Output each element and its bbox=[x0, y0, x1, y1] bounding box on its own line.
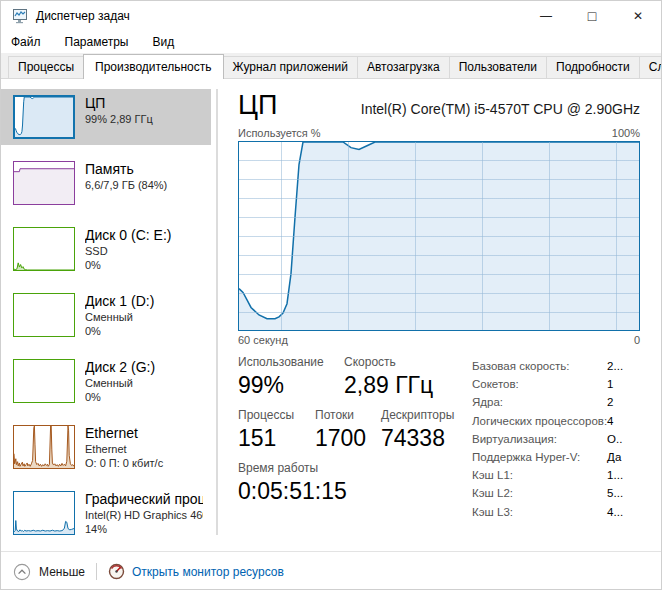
gpu-mini-chart bbox=[13, 491, 75, 535]
tabstrip: Процессы Производительность Журнал прило… bbox=[1, 53, 661, 79]
resource-monitor-gauge-icon bbox=[108, 563, 125, 580]
close-button[interactable]: ✕ bbox=[615, 1, 661, 31]
speed-label: Скорость bbox=[344, 355, 466, 369]
sidebar-disk2-type: Сменный bbox=[85, 376, 203, 390]
window-controls: — □ ✕ bbox=[523, 1, 661, 31]
graph-x-right-label: 0 bbox=[634, 334, 640, 346]
disk1-mini-chart bbox=[13, 293, 75, 337]
detail-row-sockets: Сокетов: 1 bbox=[472, 375, 653, 393]
graph-y-axis-label: Используется % bbox=[238, 127, 321, 139]
memory-mini-chart bbox=[13, 161, 75, 205]
sidebar-disk0-title: Диск 0 (C: E:) bbox=[85, 227, 203, 244]
tab-users[interactable]: Пользователи bbox=[449, 56, 547, 78]
footer-bar: Меньше Открыть монитор ресурсов bbox=[1, 551, 661, 590]
tab-details[interactable]: Подробности bbox=[546, 56, 640, 78]
handles-label: Дескрипторы bbox=[381, 408, 466, 422]
task-manager-window: Диспетчер задач — □ ✕ Файл Параметры Вид… bbox=[0, 0, 662, 590]
sidebar-disk0-type: SSD bbox=[85, 244, 203, 258]
graph-y-max-label: 100% bbox=[612, 127, 640, 139]
sidebar-scrollbar[interactable] bbox=[216, 89, 218, 535]
graph-x-left-label: 60 секунд bbox=[238, 334, 288, 346]
fewer-details-label: Меньше bbox=[39, 565, 85, 579]
footer-divider bbox=[96, 563, 97, 580]
sidebar-disk2-usage: 0% bbox=[85, 390, 203, 404]
cpu-pane-title: ЦП bbox=[238, 89, 277, 121]
detail-row-base-speed: Базовая скорость: 2... bbox=[472, 357, 653, 375]
processes-value: 151 bbox=[238, 424, 315, 452]
tab-startup[interactable]: Автозагрузка bbox=[357, 56, 450, 78]
ethernet-mini-chart bbox=[13, 425, 75, 469]
titlebar: Диспетчер задач — □ ✕ bbox=[1, 1, 661, 31]
sidebar-disk1-type: Сменный bbox=[85, 310, 203, 324]
usage-value: 99% bbox=[238, 371, 344, 399]
sidebar-disk0-usage: 0% bbox=[85, 258, 203, 272]
menubar: Файл Параметры Вид bbox=[1, 31, 661, 53]
minimize-button[interactable]: — bbox=[523, 1, 569, 31]
tab-performance[interactable]: Производительность bbox=[83, 54, 223, 79]
sidebar-memory-title: Память bbox=[85, 161, 203, 178]
sidebar-item-disk0[interactable]: Диск 0 (C: E:) SSD 0% bbox=[1, 221, 211, 277]
sidebar-disk1-title: Диск 1 (D:) bbox=[85, 293, 203, 310]
menu-options[interactable]: Параметры bbox=[65, 35, 129, 49]
sidebar-gpu-title: Графический процессор 0 bbox=[85, 491, 203, 508]
maximize-button[interactable]: □ bbox=[569, 1, 615, 31]
cpu-stats-block: Использование Скорость 99% 2,89 ГГц Проц… bbox=[238, 355, 640, 521]
cpu-details-list: Базовая скорость: 2... Сокетов: 1 Ядра: … bbox=[472, 355, 653, 521]
usage-label: Использование bbox=[238, 355, 344, 369]
uptime-label: Время работы bbox=[238, 461, 466, 475]
menu-view[interactable]: Вид bbox=[152, 35, 174, 49]
performance-content: ЦП 99% 2,89 ГГц Память 6,6/7,9 ГБ (84%) … bbox=[1, 79, 661, 551]
processes-label: Процессы bbox=[238, 408, 315, 422]
detail-row-cores: Ядра: 2 bbox=[472, 393, 653, 411]
speed-value: 2,89 ГГц bbox=[344, 371, 466, 399]
chevron-up-circle-icon bbox=[13, 563, 31, 581]
threads-value: 1700 bbox=[315, 424, 381, 452]
sidebar-disk2-title: Диск 2 (G:) bbox=[85, 359, 203, 376]
cpu-model-name: Intel(R) Core(TM) i5-4570T CPU @ 2.90GHz bbox=[361, 101, 640, 117]
sidebar-item-disk2[interactable]: Диск 2 (G:) Сменный 0% bbox=[1, 353, 211, 409]
open-resource-monitor-label: Открыть монитор ресурсов bbox=[132, 565, 284, 579]
window-title: Диспетчер задач bbox=[36, 9, 130, 23]
sidebar-item-ethernet[interactable]: Ethernet Ethernet О: 0 П: 0 кбит/с bbox=[1, 419, 211, 475]
detail-row-cache-l1: Кэш L1: 1... bbox=[472, 466, 653, 484]
sidebar-item-memory[interactable]: Память 6,6/7,9 ГБ (84%) bbox=[1, 155, 211, 211]
sidebar-gpu-usage: 14% bbox=[85, 522, 203, 536]
fewer-details-button[interactable]: Меньше bbox=[13, 563, 85, 581]
threads-label: Потоки bbox=[315, 408, 381, 422]
sidebar-cpu-title: ЦП bbox=[85, 95, 203, 112]
uptime-value: 0:05:51:15 bbox=[238, 477, 466, 505]
sidebar-memory-stats: 6,6/7,9 ГБ (84%) bbox=[85, 178, 203, 192]
sidebar-cpu-stats: 99% 2,89 ГГц bbox=[85, 112, 203, 126]
sidebar-ethernet-title: Ethernet bbox=[85, 425, 203, 442]
sidebar-item-cpu[interactable]: ЦП 99% 2,89 ГГц bbox=[1, 89, 211, 145]
cpu-detail-pane: ЦП Intel(R) Core(TM) i5-4570T CPU @ 2.90… bbox=[223, 79, 661, 551]
sidebar-item-gpu[interactable]: Графический процессор 0 Intel(R) HD Grap… bbox=[1, 485, 211, 541]
detail-row-cache-l3: Кэш L3: 4... bbox=[472, 503, 653, 521]
sidebar-ethernet-name: Ethernet bbox=[85, 442, 203, 456]
tab-app-history[interactable]: Журнал приложений bbox=[223, 56, 358, 78]
tab-processes[interactable]: Процессы bbox=[8, 56, 84, 78]
detail-row-cache-l2: Кэш L2: 5... bbox=[472, 484, 653, 502]
handles-value: 74338 bbox=[381, 424, 466, 452]
disk2-mini-chart bbox=[13, 359, 75, 403]
detail-row-logical-processors: Логических процессоров: 4 bbox=[472, 412, 653, 430]
task-manager-app-icon bbox=[11, 8, 28, 24]
tab-services[interactable]: Службы bbox=[639, 56, 662, 78]
menu-file[interactable]: Файл bbox=[11, 35, 41, 49]
sidebar-gpu-name: Intel(R) HD Graphics 4600 bbox=[85, 508, 203, 522]
performance-sidebar: ЦП 99% 2,89 ГГц Память 6,6/7,9 ГБ (84%) … bbox=[1, 79, 223, 551]
cpu-usage-graph[interactable] bbox=[238, 141, 640, 331]
detail-row-virtualization: Виртуализация: О.. bbox=[472, 430, 653, 448]
detail-row-hyper-v: Поддержка Hyper-V: Да bbox=[472, 448, 653, 466]
sidebar-item-disk1[interactable]: Диск 1 (D:) Сменный 0% bbox=[1, 287, 211, 343]
disk0-mini-chart bbox=[13, 227, 75, 271]
sidebar-disk1-usage: 0% bbox=[85, 324, 203, 338]
open-resource-monitor-link[interactable]: Открыть монитор ресурсов bbox=[108, 563, 284, 580]
sidebar-ethernet-throughput: О: 0 П: 0 кбит/с bbox=[85, 456, 203, 470]
cpu-mini-chart bbox=[13, 95, 75, 139]
